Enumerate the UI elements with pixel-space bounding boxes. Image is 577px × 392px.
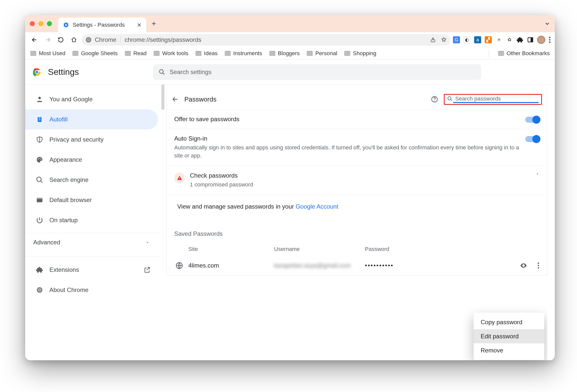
chevron-right-icon: [536, 172, 539, 176]
sidebar-item-label: Extensions: [49, 266, 79, 273]
ext-bug-icon[interactable]: ✳: [495, 36, 502, 43]
extensions-puzzle-icon[interactable]: [516, 36, 524, 43]
new-tab-button[interactable]: [150, 20, 158, 28]
settings-search[interactable]: Search settings: [153, 64, 481, 80]
row-more-icon[interactable]: [537, 262, 539, 269]
profile-avatar[interactable]: [537, 36, 545, 44]
row-sublabel: 1 compromised password: [190, 181, 531, 189]
bookmark-folder[interactable]: Bloggers: [269, 50, 300, 57]
site-identity-label: Chrome: [95, 36, 116, 43]
search-passwords-field[interactable]: Search passwords: [444, 94, 542, 105]
settings-title: Settings: [48, 67, 79, 77]
other-bookmarks[interactable]: Other Bookmarks: [498, 50, 550, 57]
sidebar-item-autofill[interactable]: Autofill: [25, 109, 158, 129]
svg-point-34: [523, 265, 524, 266]
address-bar[interactable]: Chrome chrome://settings/passwords: [82, 34, 450, 46]
bookmark-folder[interactable]: Ideas: [195, 50, 218, 57]
ext-analytics-icon[interactable]: ▞: [485, 36, 492, 43]
svg-rect-16: [39, 118, 41, 119]
bookmark-folder[interactable]: Instruments: [225, 50, 262, 57]
bookmark-folder[interactable]: Google Sheets: [72, 50, 118, 57]
row-label: Offer to save passwords: [174, 116, 520, 123]
svg-rect-5: [531, 38, 533, 42]
sidebar-advanced[interactable]: Advanced: [25, 233, 161, 251]
side-panel-icon[interactable]: [527, 37, 534, 43]
nav-reload-button[interactable]: [55, 35, 66, 45]
chrome-icon: [36, 286, 43, 294]
settings-main: Passwords Search passwords Offer to save…: [166, 85, 547, 360]
sidebar-item-you-and-google[interactable]: You and Google: [25, 89, 158, 109]
svg-point-21: [41, 159, 42, 160]
bookmark-folder[interactable]: Read: [125, 50, 147, 57]
bookmark-folder[interactable]: Personal: [307, 50, 337, 57]
bookmark-label: Read: [133, 50, 147, 57]
menu-remove[interactable]: Remove: [474, 343, 544, 357]
bookmark-label: Personal: [315, 50, 337, 57]
share-icon[interactable]: [430, 37, 436, 43]
svg-point-19: [39, 158, 39, 159]
nav-back-button[interactable]: [29, 35, 40, 45]
settings-content: Settings Search settings You and Google …: [25, 59, 555, 360]
chrome-menu-icon[interactable]: [549, 36, 551, 43]
offer-save-passwords-toggle[interactable]: [525, 117, 539, 123]
window-minimize-button[interactable]: [38, 21, 43, 26]
tab-overflow-button[interactable]: [544, 21, 550, 27]
check-passwords-row[interactable]: Check passwords 1 compromised password: [167, 166, 547, 195]
show-password-icon[interactable]: [520, 262, 527, 269]
ext-translate-icon[interactable]: G: [453, 36, 460, 43]
ext-amazon-icon[interactable]: a: [474, 36, 481, 43]
row-label: Auto Sign-in: [174, 135, 520, 142]
sidebar-item-default-browser[interactable]: Default browser: [25, 190, 158, 210]
sidebar-item-on-startup[interactable]: On startup: [25, 210, 158, 230]
menu-copy-password[interactable]: Copy password: [474, 315, 544, 329]
globe-icon: [175, 262, 183, 270]
google-account-link[interactable]: Google Account: [296, 203, 338, 210]
window-zoom-button[interactable]: [47, 21, 52, 26]
chevron-down-icon: [145, 240, 150, 245]
auto-signin-toggle[interactable]: [525, 136, 539, 142]
browser-tab[interactable]: Settings - Passwords: [58, 18, 146, 32]
offer-save-passwords-row[interactable]: Offer to save passwords: [167, 109, 547, 129]
help-icon[interactable]: [431, 95, 438, 103]
sidebar-item-label: Autofill: [49, 116, 68, 123]
bookmark-label: Google Sheets: [81, 50, 118, 57]
col-password: Password: [365, 246, 539, 252]
folder-icon: [125, 51, 131, 56]
tab-close-icon[interactable]: [137, 22, 142, 27]
sidebar-item-appearance[interactable]: Appearance: [25, 150, 158, 170]
warning-badge: [174, 173, 185, 183]
row-sublabel: Automatically sign in to sites and apps …: [174, 144, 520, 160]
ext-similarweb-icon[interactable]: ◐: [464, 36, 471, 43]
menu-edit-password[interactable]: Edit password: [474, 329, 544, 343]
magnify-icon: [36, 176, 43, 184]
sidebar-item-search-engine[interactable]: Search engine: [25, 170, 158, 190]
back-arrow-icon[interactable]: [172, 96, 179, 103]
bookmarks-bar: Most Used Google Sheets Read Work tools …: [25, 47, 555, 59]
svg-point-12: [159, 70, 163, 73]
chrome-logo-icon: [32, 67, 42, 77]
ext-recycle-icon[interactable]: ♻: [506, 36, 513, 43]
sidebar-item-privacy[interactable]: Privacy and security: [25, 129, 158, 150]
nav-forward-button[interactable]: [42, 35, 53, 45]
sidebar-item-extensions[interactable]: Extensions: [25, 260, 158, 280]
row-password: ••••••••••: [365, 262, 520, 269]
bookmark-folder[interactable]: Shopping: [344, 50, 376, 57]
nav-home-button[interactable]: [69, 35, 79, 45]
folder-icon: [30, 51, 36, 56]
site-identity[interactable]: Chrome: [85, 36, 116, 43]
password-row[interactable]: 4limes.com karapetian.asya@gmail.com •••…: [167, 256, 547, 275]
bookmark-star-icon[interactable]: [441, 37, 447, 43]
bookmark-folder[interactable]: Work tools: [154, 50, 188, 57]
sidebar-item-label: Default browser: [49, 197, 92, 204]
sidebar-item-label: On startup: [49, 217, 78, 224]
window-close-button[interactable]: [30, 21, 35, 26]
bookmark-folder[interactable]: Most Used: [30, 50, 65, 57]
settings-search-placeholder: Search settings: [170, 69, 211, 76]
svg-point-8: [549, 42, 551, 43]
svg-point-35: [538, 263, 539, 264]
sidebar-item-about-chrome[interactable]: About Chrome: [25, 280, 158, 300]
url-text: chrome://settings/passwords: [125, 36, 426, 43]
bookmark-label: Ideas: [204, 50, 218, 57]
row-site: 4limes.com: [188, 262, 274, 269]
auto-signin-row[interactable]: Auto Sign-in Automatically sign in to si…: [167, 129, 547, 166]
